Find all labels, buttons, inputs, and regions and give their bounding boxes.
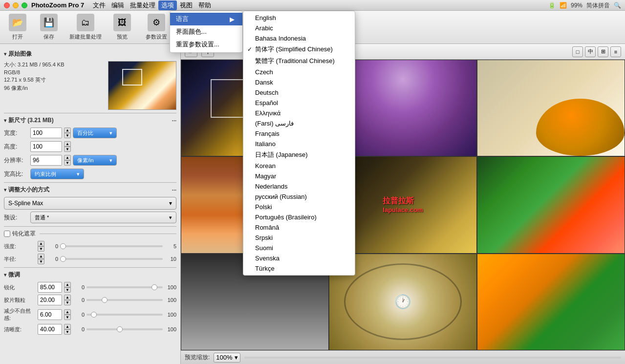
preview-button[interactable]: 🖼 预览	[110, 14, 134, 41]
artifact-input[interactable]	[38, 309, 62, 320]
fine-tune-arrow[interactable]: ▾	[4, 272, 6, 278]
resize-method-arrow[interactable]: ▾	[4, 187, 6, 193]
sharpness-thumb[interactable]	[151, 284, 157, 290]
radius-down[interactable]: ▼	[38, 259, 44, 264]
lang-romanian[interactable]: Română	[243, 222, 355, 233]
lang-espanol[interactable]: Español	[243, 98, 355, 108]
window-controls[interactable]	[4, 2, 27, 8]
open-button[interactable]: 📂 打开	[6, 14, 29, 41]
res-stepper-up[interactable]: ▲	[64, 155, 71, 160]
lang-english[interactable]: English	[243, 13, 355, 23]
batch-button[interactable]: 🗂 新建批量处理	[68, 14, 103, 41]
grain-up[interactable]: ▲	[64, 295, 71, 300]
artifact-stepper[interactable]: ▲ ▼	[64, 309, 71, 320]
minimize-button[interactable]	[13, 2, 19, 8]
artifact-up[interactable]: ▲	[64, 309, 71, 315]
lang-japanese[interactable]: 日本語 (Japanese)	[243, 149, 355, 161]
lang-bahasa[interactable]: Bahasa Indonesia	[243, 33, 355, 43]
height-stepper-up[interactable]: ▲	[64, 141, 71, 147]
lang-czech[interactable]: Czech	[243, 67, 355, 77]
strength-up[interactable]: ▲	[38, 241, 44, 246]
lang-italiano[interactable]: Italiano	[243, 139, 355, 149]
clarity-up[interactable]: ▲	[64, 324, 71, 329]
grain-stepper[interactable]: ▲ ▼	[64, 295, 71, 305]
lang-traditional[interactable]: 繁體字 (Traditional Chinese)	[243, 55, 355, 67]
close-button[interactable]	[4, 2, 10, 8]
radius-track[interactable]	[60, 258, 163, 260]
method-select[interactable]: S-Spline Max ▾	[4, 197, 176, 210]
artifact-track[interactable]	[86, 314, 163, 316]
layout-single-button[interactable]: □	[572, 46, 583, 57]
menu-file[interactable]: 文件	[90, 0, 108, 10]
layout-grid-button[interactable]: ≡	[610, 46, 621, 57]
sharpness-track[interactable]	[86, 286, 163, 288]
layout-half-button[interactable]: 中	[585, 46, 596, 57]
lang-farsi[interactable]: (Farsi) فارسى	[243, 118, 355, 128]
clarity-stepper[interactable]: ▲ ▼	[64, 324, 71, 335]
lang-korean[interactable]: Korean	[243, 161, 355, 171]
lang-polish[interactable]: Polski	[243, 202, 355, 212]
width-stepper-up[interactable]: ▲	[64, 128, 71, 133]
grain-down[interactable]: ▼	[64, 300, 71, 305]
lang-dansk[interactable]: Dansk	[243, 77, 355, 87]
menu-batch[interactable]: 批量处理	[127, 0, 158, 10]
resolution-unit-select[interactable]: 像素/in ▾	[73, 155, 117, 166]
maximize-button[interactable]	[22, 2, 27, 8]
lang-deutsch[interactable]: Deutsch	[243, 87, 355, 98]
clarity-track[interactable]	[86, 328, 163, 330]
radius-stepper[interactable]: ▲ ▼	[38, 254, 44, 264]
height-input[interactable]	[30, 141, 62, 152]
lang-suomi[interactable]: Suomi	[243, 243, 355, 253]
sharpness-input[interactable]	[38, 282, 62, 293]
sharpen-checkbox[interactable]	[4, 231, 10, 237]
zoom-track[interactable]	[244, 357, 621, 359]
lang-simplified[interactable]: 简体字 (Simplified Chinese)	[243, 43, 355, 55]
clarity-thumb[interactable]	[117, 326, 123, 332]
expand-arrow[interactable]: ▾	[4, 51, 6, 57]
grain-track[interactable]	[86, 299, 163, 301]
new-size-arrow[interactable]: ▾	[4, 118, 6, 123]
strength-stepper[interactable]: ▲ ▼	[38, 241, 44, 252]
lang-portuguese[interactable]: Português (Brasileiro)	[243, 212, 355, 222]
radius-up[interactable]: ▲	[38, 254, 44, 259]
settings-button[interactable]: ⚙ 参数设置	[142, 14, 171, 41]
lang-svenska[interactable]: Svenska	[243, 253, 355, 263]
strength-track[interactable]	[60, 245, 163, 247]
width-input[interactable]	[30, 128, 62, 138]
reset-settings-item[interactable]: 重置参数设置...	[170, 38, 242, 51]
height-stepper[interactable]: ▲ ▼	[64, 141, 71, 152]
lang-dutch[interactable]: Nederlands	[243, 181, 355, 192]
layout-split-button[interactable]: ⊞	[598, 46, 608, 57]
lang-francais[interactable]: Français	[243, 128, 355, 139]
radius-thumb[interactable]	[60, 256, 66, 262]
aspect-select[interactable]: 约束比例 ▾	[30, 169, 84, 179]
width-unit-select[interactable]: 百分比 ▾	[73, 128, 117, 138]
lang-turkish[interactable]: Türkçe	[243, 263, 355, 274]
strength-thumb[interactable]	[60, 243, 66, 249]
zoom-select-control[interactable]: 100% ▾	[214, 353, 240, 363]
menu-options[interactable]: 选项	[158, 0, 177, 10]
artifact-thumb[interactable]	[91, 312, 97, 318]
clarity-down[interactable]: ▼	[64, 329, 71, 335]
resize-method-more[interactable]: ···	[172, 187, 176, 193]
preset-select[interactable]: 普通 * ▾	[30, 212, 176, 223]
sharpness-stepper[interactable]: ▲ ▼	[64, 282, 71, 293]
menu-edit[interactable]: 编辑	[108, 0, 127, 10]
sharpness-down[interactable]: ▼	[64, 287, 71, 293]
width-stepper[interactable]: ▲ ▼	[64, 128, 71, 138]
grain-thumb[interactable]	[102, 297, 108, 303]
lang-srpski[interactable]: Srpski	[243, 233, 355, 243]
save-button[interactable]: 💾 保存	[37, 14, 61, 41]
language-menu-item[interactable]: 语言 ▶	[170, 13, 242, 25]
menu-view[interactable]: 视图	[177, 0, 195, 10]
width-stepper-down[interactable]: ▼	[64, 133, 71, 138]
new-size-more[interactable]: ···	[172, 118, 176, 124]
strength-down[interactable]: ▼	[38, 246, 44, 252]
height-stepper-down[interactable]: ▼	[64, 147, 71, 152]
lang-greek[interactable]: Ελληνικά	[243, 108, 355, 118]
ui-color-item[interactable]: 界面颜色...	[170, 25, 242, 38]
lang-arabic[interactable]: Arabic	[243, 23, 355, 33]
lang-magyar[interactable]: Magyar	[243, 171, 355, 181]
search-icon[interactable]: 🔍	[614, 2, 621, 9]
resolution-stepper[interactable]: ▲ ▼	[64, 155, 71, 166]
